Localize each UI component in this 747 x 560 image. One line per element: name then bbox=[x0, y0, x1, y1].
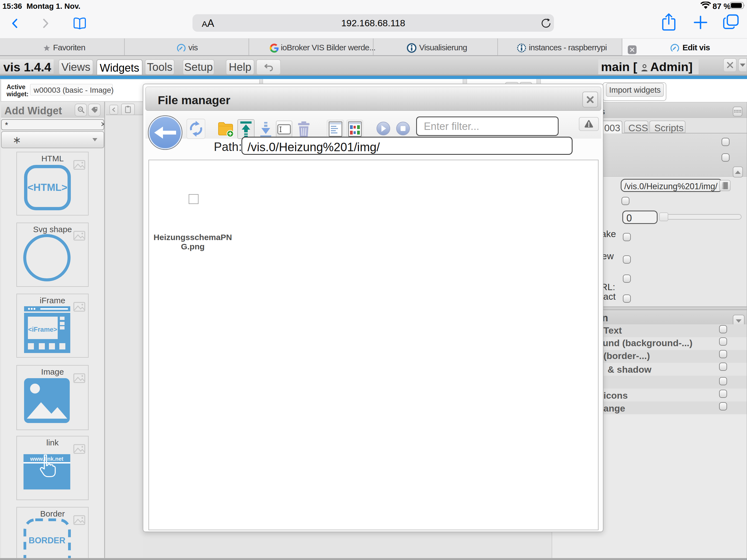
svg-text:BORDER: BORDER bbox=[29, 536, 66, 545]
svg-text:<iFrame>: <iFrame> bbox=[28, 326, 57, 333]
